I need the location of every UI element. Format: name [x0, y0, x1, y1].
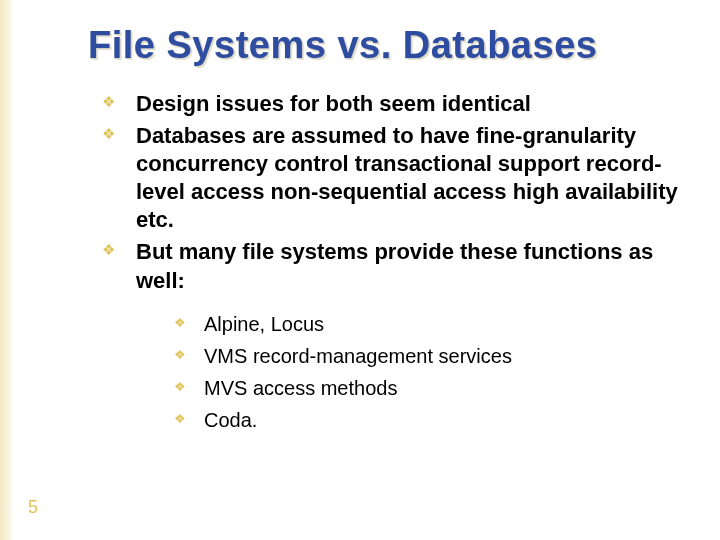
page-number: 5	[28, 497, 38, 518]
bullet-text: MVS access methods	[204, 377, 397, 399]
bullet-text: Databases are assumed to have fine-granu…	[136, 123, 678, 232]
slide-title: File Systems vs. Databases	[88, 24, 678, 68]
list-item: But many file systems provide these func…	[102, 238, 678, 434]
list-item: MVS access methods	[174, 373, 678, 403]
list-item: Databases are assumed to have fine-granu…	[102, 122, 678, 235]
slide-body: File Systems vs. Databases Design issues…	[0, 0, 720, 540]
bullet-list-level2: Alpine, Locus VMS record-management serv…	[174, 309, 678, 435]
list-item: Coda.	[174, 405, 678, 435]
list-item: Design issues for both seem identical	[102, 90, 678, 118]
bullet-text: Design issues for both seem identical	[136, 91, 531, 116]
bullet-text: But many file systems provide these func…	[136, 239, 653, 292]
bullet-list-level1: Design issues for both seem identical Da…	[102, 90, 678, 435]
bullet-text: Alpine, Locus	[204, 313, 324, 335]
bullet-text: VMS record-management services	[204, 345, 512, 367]
bullet-text: Coda.	[204, 409, 257, 431]
list-item: Alpine, Locus	[174, 309, 678, 339]
list-item: VMS record-management services	[174, 341, 678, 371]
